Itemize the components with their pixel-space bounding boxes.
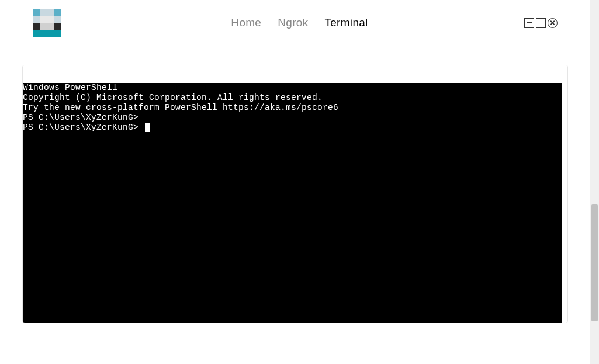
logo-avatar[interactable] bbox=[33, 9, 61, 37]
terminal-line: Copyright (C) Microsoft Corporation. All… bbox=[23, 93, 562, 103]
page-scrollbar-track[interactable] bbox=[590, 0, 599, 364]
terminal-card: Windows PowerShellCopyright (C) Microsof… bbox=[22, 65, 568, 323]
terminal-line: PS C:\Users\XyZerKunG> bbox=[23, 123, 562, 133]
terminal-line: Try the new cross-platform PowerShell ht… bbox=[23, 103, 562, 113]
minimize-icon[interactable] bbox=[524, 18, 534, 28]
page-scrollbar-thumb[interactable] bbox=[591, 204, 598, 321]
terminal-line: PS C:\Users\XyZerKunG> bbox=[23, 113, 562, 123]
nav-ngrok[interactable]: Ngrok bbox=[278, 16, 308, 29]
nav-home[interactable]: Home bbox=[231, 16, 261, 29]
window-controls bbox=[524, 18, 558, 28]
close-icon[interactable] bbox=[548, 18, 558, 28]
header: Home Ngrok Terminal bbox=[22, 0, 568, 46]
nav-terminal[interactable]: Terminal bbox=[324, 16, 368, 29]
terminal-body[interactable]: Windows PowerShellCopyright (C) Microsof… bbox=[23, 83, 562, 323]
terminal-line: Windows PowerShell bbox=[23, 83, 562, 93]
terminal-cursor bbox=[145, 123, 150, 132]
terminal-titlebar bbox=[23, 65, 567, 83]
maximize-icon[interactable] bbox=[536, 18, 546, 28]
nav: Home Ngrok Terminal bbox=[231, 16, 368, 29]
